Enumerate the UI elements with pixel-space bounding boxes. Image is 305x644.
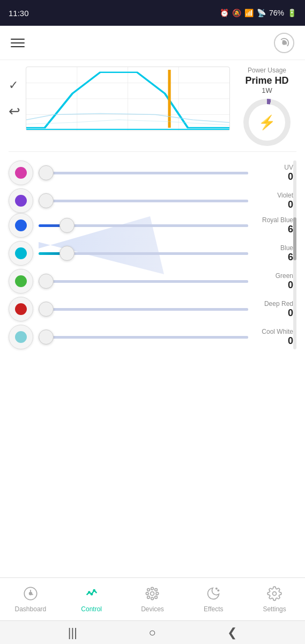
power-bolt-icon: ⚡: [249, 104, 285, 141]
svg-point-25: [273, 591, 277, 595]
uv-track[interactable]: [39, 160, 248, 185]
royalblue-track[interactable]: [39, 213, 248, 238]
blue-value-section: Blue 6: [248, 244, 296, 263]
check-icon[interactable]: ✓: [9, 78, 20, 92]
menu-button[interactable]: [11, 39, 25, 47]
slider-row-deepred: Deep Red 0: [9, 297, 296, 321]
top-bar: [0, 26, 305, 60]
violet-value-section: Violet 0: [248, 192, 296, 210]
blue-label: Blue: [248, 244, 293, 252]
spectrum-graph: [26, 67, 230, 131]
broadcast-icon[interactable]: [274, 33, 294, 53]
back-icon[interactable]: ↩: [9, 103, 20, 120]
slider-row-coolwhite: Cool White 0: [9, 325, 296, 349]
deepred-thumb[interactable]: [9, 297, 33, 321]
nav-item-control[interactable]: Control: [61, 586, 122, 613]
blue-thumb[interactable]: [9, 241, 33, 266]
svg-point-12: [90, 592, 93, 595]
control-label: Control: [81, 605, 102, 613]
nav-item-settings[interactable]: Settings: [244, 586, 305, 613]
dashboard-icon: [23, 586, 38, 603]
green-label: Green: [248, 272, 293, 280]
coolwhite-thumb[interactable]: [9, 325, 33, 349]
power-label: Power Usage: [248, 67, 286, 74]
svg-point-21: [147, 596, 150, 598]
nav-item-effects[interactable]: Effects: [183, 586, 244, 613]
wifi-icon: 📶: [244, 9, 254, 17]
status-bar: 11:30 ⏰ 🔕 📶 📡 76% 🔋: [0, 0, 305, 26]
uv-value: 0: [248, 171, 293, 182]
uv-thumb[interactable]: [9, 160, 33, 185]
royalblue-label: Royal Blue: [248, 216, 293, 224]
violet-value: 0: [248, 199, 293, 210]
svg-point-24: [218, 590, 219, 591]
uv-value-section: UV 0: [248, 164, 296, 182]
sliders-section: UV 0 Violet 0: [9, 160, 296, 349]
slider-row-blue: Blue 6: [9, 241, 296, 266]
violet-thumb[interactable]: [9, 188, 33, 213]
status-time: 11:30: [9, 9, 29, 18]
power-watts: 1W: [262, 86, 272, 94]
slider-row-royalblue: Royal Blue 6: [9, 213, 296, 238]
svg-point-17: [146, 592, 149, 595]
battery-icon: 🔋: [287, 9, 296, 17]
battery-text: 76%: [269, 9, 284, 17]
alarm-icon: ⏰: [220, 9, 229, 17]
green-track[interactable]: [39, 269, 248, 294]
divider: [9, 151, 296, 152]
svg-point-16: [151, 597, 154, 600]
svg-point-18: [156, 592, 159, 595]
home-button[interactable]: ○: [148, 626, 155, 640]
devices-label: Devices: [141, 605, 164, 613]
svg-point-15: [151, 587, 154, 590]
graph-svg: [26, 67, 229, 130]
dashboard-label: Dashboard: [15, 605, 47, 613]
header-row: ✓ ↩: [9, 67, 296, 146]
graph-section: ✓ ↩: [9, 67, 230, 131]
bottom-nav: Dashboard Control: [0, 577, 305, 620]
svg-point-20: [155, 588, 158, 591]
blue-value: 6: [248, 252, 293, 263]
device-name: Prime HD: [245, 75, 288, 86]
settings-icon: [267, 586, 282, 603]
green-value: 0: [248, 280, 293, 291]
nav-item-dashboard[interactable]: Dashboard: [0, 586, 61, 613]
main-content: ✓ ↩: [0, 60, 305, 349]
coolwhite-value-section: Cool White 0: [248, 328, 296, 347]
slider-row-green: Green 0: [9, 269, 296, 294]
devices-icon: [145, 586, 160, 603]
back-button[interactable]: ❮: [227, 626, 237, 640]
nav-item-devices[interactable]: Devices: [122, 586, 183, 613]
royalblue-thumb[interactable]: [9, 213, 33, 238]
coolwhite-label: Cool White: [248, 328, 293, 335]
mute-icon: 🔕: [232, 9, 241, 17]
green-thumb[interactable]: [9, 269, 33, 294]
graph-controls: ✓ ↩: [9, 78, 20, 120]
svg-point-22: [155, 596, 158, 598]
signal-icon: 📡: [257, 9, 266, 17]
violet-track[interactable]: [39, 188, 248, 213]
svg-point-14: [151, 591, 154, 595]
deepred-value: 0: [248, 308, 293, 319]
recents-button[interactable]: |||: [68, 626, 77, 640]
green-value-section: Green 0: [248, 272, 296, 291]
deepred-value-section: Deep Red 0: [248, 300, 296, 319]
power-circle: ⚡: [243, 99, 291, 146]
effects-icon: [206, 586, 221, 603]
settings-label: Settings: [263, 605, 286, 613]
svg-point-19: [147, 588, 150, 591]
coolwhite-track[interactable]: [39, 325, 248, 349]
svg-point-0: [282, 41, 286, 45]
home-bar: ||| ○ ❮: [0, 620, 305, 644]
power-section: Power Usage Prime HD 1W ⚡: [237, 67, 296, 146]
svg-point-11: [88, 591, 91, 594]
status-right: ⏰ 🔕 📶 📡 76% 🔋: [220, 9, 296, 17]
coolwhite-value: 0: [248, 335, 293, 347]
svg-point-13: [93, 589, 95, 591]
royalblue-value: 6: [248, 224, 293, 235]
deepred-track[interactable]: [39, 297, 248, 321]
deepred-label: Deep Red: [248, 300, 293, 308]
slider-row-violet: Violet 0: [9, 188, 296, 213]
svg-point-23: [216, 588, 217, 589]
blue-track[interactable]: [39, 241, 248, 266]
